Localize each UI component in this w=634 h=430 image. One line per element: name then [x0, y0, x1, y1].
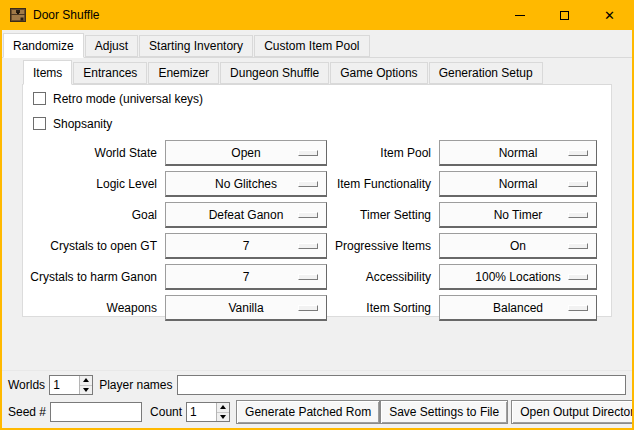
- dropdown-indicator-icon: [568, 243, 588, 249]
- dropdown-indicator-icon: [568, 305, 588, 311]
- crystals-harm-ganon-value: 7: [243, 270, 250, 284]
- count-spin-down-button[interactable]: [217, 412, 229, 422]
- save-settings-button[interactable]: Save Settings to File: [380, 400, 508, 424]
- spinner-down-icon: [220, 415, 226, 419]
- item-sorting-dropdown[interactable]: Balanced: [439, 295, 597, 321]
- tab-items[interactable]: Items: [23, 60, 72, 85]
- item-functionality-value: Normal: [499, 177, 538, 191]
- worlds-spinner-arrows: [79, 376, 92, 394]
- weapons-value: Vanilla: [228, 301, 263, 315]
- crystals-open-gt-dropdown[interactable]: 7: [165, 233, 327, 259]
- world-state-label: World State: [25, 140, 161, 166]
- sub-tab-bar: Items Entrances Enemizer Dungeon Shuffle…: [22, 60, 632, 84]
- tab-enemizer[interactable]: Enemizer: [148, 62, 219, 84]
- accessibility-label: Accessibility: [331, 264, 435, 290]
- logic-level-value: No Glitches: [215, 177, 277, 191]
- dropdown-indicator-icon: [298, 150, 318, 156]
- client-area: Randomize Adjust Starting Inventory Cust…: [2, 30, 632, 428]
- weapons-dropdown[interactable]: Vanilla: [165, 295, 327, 321]
- timer-setting-label: Timer Setting: [331, 202, 435, 228]
- open-output-directory-button[interactable]: Open Output Directory: [511, 400, 632, 424]
- item-sorting-label: Item Sorting: [331, 295, 435, 321]
- item-pool-dropdown[interactable]: Normal: [439, 140, 597, 166]
- close-button[interactable]: ✕: [587, 0, 632, 30]
- item-pool-value: Normal: [499, 146, 538, 160]
- timer-setting-dropdown[interactable]: No Timer: [439, 202, 597, 228]
- goal-dropdown[interactable]: Defeat Ganon: [165, 202, 327, 228]
- window-title: Door Shuffle: [33, 8, 100, 22]
- spinner-up-icon: [220, 405, 226, 409]
- tab-game-options[interactable]: Game Options: [330, 62, 427, 84]
- accessibility-dropdown[interactable]: 100% Locations: [439, 264, 597, 290]
- progressive-items-dropdown[interactable]: On: [439, 233, 597, 259]
- retro-mode-checkbox[interactable]: [33, 92, 46, 105]
- spinner-up-icon: [83, 378, 89, 382]
- items-page: Retro mode (universal keys) Shopsanity W…: [22, 84, 612, 317]
- dropdown-indicator-icon: [568, 212, 588, 218]
- count-input[interactable]: [187, 403, 216, 421]
- world-state-value: Open: [231, 146, 260, 160]
- progressive-items-value: On: [510, 239, 526, 253]
- tab-dungeon-shuffle[interactable]: Dungeon Shuffle: [220, 62, 329, 84]
- item-functionality-label: Item Functionality: [331, 171, 435, 197]
- seed-label: Seed #: [8, 405, 46, 419]
- worlds-spin-down-button[interactable]: [80, 385, 92, 395]
- dropdown-indicator-icon: [298, 243, 318, 249]
- timer-setting-value: No Timer: [494, 208, 543, 222]
- tab-starting-inventory[interactable]: Starting Inventory: [139, 35, 253, 57]
- worlds-label: Worlds: [8, 378, 45, 392]
- tab-custom-item-pool[interactable]: Custom Item Pool: [254, 35, 369, 57]
- progressive-items-label: Progressive Items: [331, 233, 435, 259]
- door-shuffle-window: Door Shuffle ✕ Randomize Adjust Starting…: [0, 0, 634, 430]
- crystals-harm-ganon-dropdown[interactable]: 7: [165, 264, 327, 290]
- crystals-open-gt-value: 7: [243, 239, 250, 253]
- dropdown-indicator-icon: [298, 181, 318, 187]
- tab-entrances[interactable]: Entrances: [73, 62, 147, 84]
- accessibility-value: 100% Locations: [475, 270, 560, 284]
- dropdown-indicator-icon: [298, 274, 318, 280]
- logic-level-label: Logic Level: [25, 171, 161, 197]
- count-label: Count: [150, 405, 182, 419]
- item-pool-label: Item Pool: [331, 140, 435, 166]
- world-state-dropdown[interactable]: Open: [165, 140, 327, 166]
- bottom-bar: Worlds Player names Seed #: [2, 371, 632, 428]
- retro-mode-row: Retro mode (universal keys): [33, 90, 611, 107]
- titlebar[interactable]: Door Shuffle ✕: [2, 0, 632, 30]
- dropdown-indicator-icon: [568, 181, 588, 187]
- app-chest-icon[interactable]: [9, 6, 27, 24]
- crystals-harm-ganon-label: Crystals to harm Ganon: [25, 264, 161, 290]
- count-spinner-arrows: [216, 403, 229, 421]
- worlds-spin-up-button[interactable]: [80, 376, 92, 385]
- goal-value: Defeat Ganon: [209, 208, 284, 222]
- tab-randomize[interactable]: Randomize: [3, 33, 84, 58]
- maximize-button[interactable]: [542, 0, 587, 30]
- worlds-input[interactable]: [50, 376, 79, 394]
- player-names-input[interactable]: [177, 375, 627, 395]
- count-spin-up-button[interactable]: [217, 403, 229, 412]
- seed-input[interactable]: [50, 402, 142, 422]
- multiworld-row: Worlds Player names: [8, 375, 626, 395]
- minimize-button[interactable]: [497, 0, 542, 30]
- dropdown-indicator-icon: [298, 212, 318, 218]
- logic-level-dropdown[interactable]: No Glitches: [165, 171, 327, 197]
- crystals-open-gt-label: Crystals to open GT: [25, 233, 161, 259]
- dropdown-indicator-icon: [568, 150, 588, 156]
- count-spinner: [186, 402, 230, 422]
- shopsanity-checkbox[interactable]: [33, 117, 46, 130]
- retro-mode-label: Retro mode (universal keys): [53, 92, 203, 106]
- window-controls: ✕: [497, 0, 632, 30]
- weapons-label: Weapons: [25, 295, 161, 321]
- goal-label: Goal: [25, 202, 161, 228]
- shopsanity-label: Shopsanity: [53, 117, 112, 131]
- spinner-down-icon: [83, 388, 89, 392]
- shopsanity-row: Shopsanity: [33, 115, 611, 132]
- tab-adjust[interactable]: Adjust: [85, 35, 138, 57]
- options-grid: World State Open Item Pool Normal Logic …: [23, 140, 611, 321]
- tab-generation-setup[interactable]: Generation Setup: [429, 62, 543, 84]
- item-functionality-dropdown[interactable]: Normal: [439, 171, 597, 197]
- close-icon: ✕: [604, 9, 615, 22]
- dropdown-indicator-icon: [568, 274, 588, 280]
- maximize-icon: [560, 11, 569, 20]
- minimize-icon: [515, 15, 525, 16]
- generate-patched-rom-button[interactable]: Generate Patched Rom: [236, 400, 380, 424]
